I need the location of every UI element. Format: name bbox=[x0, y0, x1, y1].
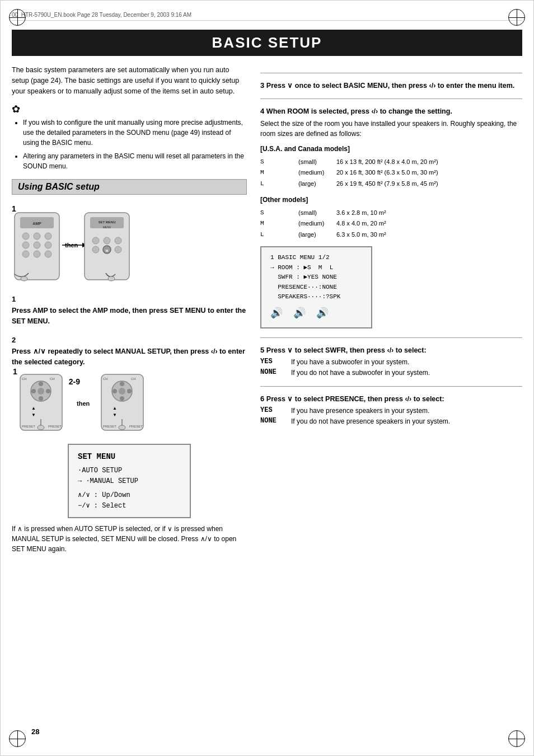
step-5-header: 5 Press ∨ to select SWFR, then press ‹/›… bbox=[260, 346, 522, 354]
step-2-text: Press ∧/∨ repeatedly to select MANUAL SE… bbox=[12, 346, 247, 368]
svg-text:▲: ▲ bbox=[113, 406, 117, 411]
swfr-yes-row: YES If you have a subwoofer in your syst… bbox=[260, 358, 522, 367]
divider-6 bbox=[260, 386, 522, 387]
step-1-text: Press AMP to select the AMP mode, then p… bbox=[12, 306, 247, 327]
page-wrapper: 00_HTR-5790U_EN.book Page 28 Tuesday, De… bbox=[0, 0, 534, 756]
room-row-s-other: S (small) 3.6 x 2.8 m, 10 m² bbox=[260, 208, 522, 219]
set-menu-line-1: ·AUTO SETUP bbox=[78, 466, 181, 476]
step-4-title: When ROOM is selected, press ‹/› to chan… bbox=[266, 107, 452, 115]
svg-point-31 bbox=[46, 389, 50, 393]
presence-none-code: NONE bbox=[260, 417, 285, 425]
intro-text: The basic system parameters are set auto… bbox=[12, 65, 247, 96]
svg-point-3 bbox=[22, 233, 29, 240]
basic-menu-line-3: SWFR : ▶YES NONE bbox=[270, 273, 362, 283]
swfr-none-code: NONE bbox=[260, 368, 285, 376]
step-6: 6 Press ∨ to select PRESENCE, then press… bbox=[260, 395, 522, 426]
step-2-left-remote: 1 2-9 CH CH P bbox=[17, 372, 68, 435]
svg-point-41 bbox=[38, 425, 44, 430]
step-5: 5 Press ∨ to select SWFR, then press ‹/›… bbox=[260, 346, 522, 378]
step-3-number: 3 bbox=[260, 81, 264, 90]
size-desc-m-us: 20 x 16 ft, 300 ft² (6.3 x 5.0 m, 30 m²) bbox=[336, 167, 438, 179]
step-3-title: Press ∨ once to select BASIC MENU, then … bbox=[266, 82, 514, 90]
step-6-header: 6 Press ∨ to select PRESENCE, then press… bbox=[260, 395, 522, 403]
size-code-m-us: M bbox=[260, 167, 294, 179]
svg-point-4 bbox=[34, 233, 40, 240]
remote-diagram: AMP 1 then bbox=[12, 201, 168, 288]
svg-point-11 bbox=[45, 251, 51, 257]
svg-text:▼: ▼ bbox=[113, 412, 117, 417]
tip-icon: ✿ bbox=[12, 103, 247, 115]
tip-item-2: Altering any parameters in the BASIC men… bbox=[23, 151, 247, 171]
step-2-remotes: 1 2-9 CH CH P bbox=[17, 372, 247, 435]
svg-point-21 bbox=[104, 237, 110, 244]
svg-point-6 bbox=[22, 242, 29, 248]
size-code-l-us: L bbox=[260, 179, 294, 190]
size-desc-s-us: 16 x 13 ft, 200 ft² (4.8 x 4.0 m, 20 m²) bbox=[336, 157, 438, 168]
svg-point-49 bbox=[119, 388, 125, 395]
room-size-table: [U.S.A. and Canada models] S (small) 16 … bbox=[260, 143, 522, 241]
set-menu-display: SET MENU ·AUTO SETUP → ·MANUAL SETUP ∧/∨… bbox=[68, 444, 191, 518]
set-menu-line-4: −/∨ : Select bbox=[78, 501, 181, 511]
svg-text:PRESET: PRESET bbox=[129, 425, 143, 428]
set-menu-title: SET MENU bbox=[78, 450, 181, 463]
step-5-number: 5 bbox=[260, 346, 264, 354]
basic-menu-display: 1 BASIC MENU 1/2 → ROOM : ▶S M L SWFR : … bbox=[260, 246, 372, 328]
then-label-2: then bbox=[77, 400, 90, 407]
size-label-l-us: (large) bbox=[298, 179, 332, 190]
size-desc-l-us: 26 x 19 ft, 450 ft² (7.9 x 5.8 m, 45 m²) bbox=[336, 179, 438, 190]
step-5-title: Press ∨ to select SWFR, then press ‹/› t… bbox=[266, 346, 427, 354]
step-6-title: Press ∨ to select PRESENCE, then press ‹… bbox=[266, 395, 444, 403]
size-desc-l-other: 6.3 x 5.0 m, 30 m² bbox=[336, 229, 386, 241]
size-label-m-us: (medium) bbox=[298, 167, 332, 179]
presence-none-row: NONE If you do not have presence speaker… bbox=[260, 417, 522, 426]
swfr-yes-code: YES bbox=[260, 358, 285, 365]
right-column: 3 Press ∨ once to select BASIC MENU, the… bbox=[260, 65, 522, 554]
file-info: 00_HTR-5790U_EN.book Page 28 Tuesday, De… bbox=[12, 12, 522, 21]
step-2-right-remote: CH CH PRESET PRESET ▲ ▼ bbox=[99, 372, 149, 435]
page-number: 28 bbox=[31, 727, 39, 736]
svg-point-12 bbox=[21, 276, 27, 281]
svg-point-45 bbox=[120, 382, 124, 386]
step-4-header: 4 When ROOM is selected, press ‹/› to ch… bbox=[260, 107, 522, 115]
room-row-m-us: M (medium) 20 x 16 ft, 300 ft² (6.3 x 5.… bbox=[260, 167, 522, 179]
svg-point-46 bbox=[127, 389, 132, 393]
size-code-m-other: M bbox=[260, 218, 294, 229]
step-4-body: Select the size of the room you have ins… bbox=[260, 119, 522, 139]
svg-point-32 bbox=[39, 396, 43, 401]
step-2: 2 Press ∧/∨ repeatedly to select MANUAL … bbox=[12, 336, 247, 435]
tip-item-1: If you wish to configure the unit manual… bbox=[23, 118, 247, 148]
svg-text:CH: CH bbox=[131, 377, 136, 381]
left-column: The basic system parameters are set auto… bbox=[12, 65, 247, 554]
size-desc-s-other: 3.6 x 2.8 m, 10 m² bbox=[336, 208, 386, 219]
room-row-m-other: M (medium) 4.8 x 4.0 m, 20 m² bbox=[260, 218, 522, 229]
step-marker-2-9: 2-9 bbox=[69, 377, 80, 386]
room-row-s-us: S (small) 16 x 13 ft, 200 ft² (4.8 x 4.0… bbox=[260, 157, 522, 168]
step-1: 1 Press AMP to select the AMP mode, then… bbox=[12, 295, 247, 327]
basic-menu-line-5: SPEAKERS····:?SPK bbox=[270, 292, 362, 302]
presence-yes-code: YES bbox=[260, 406, 285, 414]
swfr-none-desc: If you do not have a subwoofer in your s… bbox=[291, 368, 430, 378]
svg-text:SET MENU: SET MENU bbox=[98, 220, 115, 224]
content-columns: The basic system parameters are set auto… bbox=[12, 65, 522, 554]
svg-point-8 bbox=[45, 242, 51, 248]
svg-text:MENU: MENU bbox=[103, 226, 111, 229]
size-label-s-other: (small) bbox=[298, 208, 332, 219]
svg-point-56 bbox=[119, 425, 125, 430]
usa-canada-label: [U.S.A. and Canada models] bbox=[260, 143, 522, 156]
corner-mark-tr bbox=[508, 9, 525, 26]
divider-5 bbox=[260, 337, 522, 338]
size-code-s-us: S bbox=[260, 157, 294, 168]
room-row-l-other: L (large) 6.3 x 5.0 m, 30 m² bbox=[260, 229, 522, 241]
svg-text:PRESET: PRESET bbox=[48, 425, 62, 428]
tip-list: If you wish to configure the unit manual… bbox=[12, 118, 247, 171]
step-3-header: 3 Press ∨ once to select BASIC MENU, the… bbox=[260, 81, 522, 90]
svg-point-48 bbox=[113, 389, 117, 393]
svg-text:CH: CH bbox=[50, 377, 55, 381]
set-menu-line-2: → ·MANUAL SETUP bbox=[78, 476, 181, 487]
swfr-none-row: NONE If you do not have a subwoofer in y… bbox=[260, 368, 522, 378]
svg-text:▼: ▼ bbox=[31, 412, 36, 417]
svg-text:PRESET: PRESET bbox=[103, 425, 116, 428]
svg-point-47 bbox=[120, 396, 124, 401]
step-6-number: 6 bbox=[260, 395, 264, 403]
presence-yes-desc: If you have presence speakers in your sy… bbox=[291, 406, 429, 416]
